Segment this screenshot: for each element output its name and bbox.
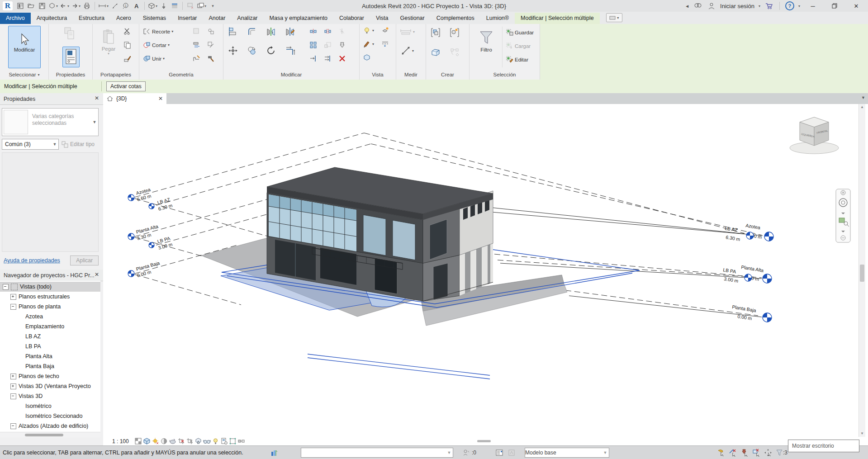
panel-label-vista[interactable]: Vista	[360, 70, 396, 80]
zoom-icon[interactable]	[839, 218, 844, 222]
tree-item-lb-pa[interactable]: LB PA	[0, 341, 100, 351]
upper-glass-door-1[interactable]	[363, 215, 386, 256]
default-3d-view-icon[interactable]: ▾	[147, 1, 158, 11]
select-links-icon[interactable]	[717, 449, 725, 457]
tree-item-azotea[interactable]: Azotea	[0, 312, 100, 322]
help-icon[interactable]: ?	[785, 1, 794, 10]
modify-button[interactable]: Modificar	[8, 26, 41, 68]
panel-label-modificar[interactable]: Modificar	[223, 70, 359, 80]
revit-logo[interactable]: R	[3, 1, 13, 10]
displacement-sets-icon[interactable]	[237, 437, 246, 445]
design-options-icon[interactable]	[495, 449, 503, 457]
select-pinned-icon[interactable]	[740, 449, 749, 457]
tree-item-planta-baja[interactable]: Planta Baja	[0, 361, 100, 371]
temporary-view-properties-icon[interactable]	[220, 437, 228, 445]
tab-colaborar[interactable]: Colaborar	[333, 13, 370, 24]
tab-insertar[interactable]: Insertar	[172, 13, 203, 24]
edit-type-button[interactable]: Editar tipo	[62, 139, 98, 150]
measure-icon[interactable]: ▾	[98, 1, 109, 11]
drag-on-selection-icon[interactable]	[764, 449, 772, 457]
select-underlay-icon[interactable]	[729, 449, 737, 457]
open-icon[interactable]	[26, 1, 36, 11]
worksets-combo[interactable]: ▼	[301, 448, 453, 458]
copy-to-clipboard-button[interactable]	[123, 41, 131, 49]
lower-right-door[interactable]	[433, 263, 448, 300]
visual-style-icon[interactable]	[142, 437, 151, 445]
undo-icon[interactable]: ▾	[59, 1, 70, 11]
select-by-face-icon[interactable]	[752, 449, 760, 457]
design-option-combo[interactable]: Modelo base▼	[525, 448, 609, 458]
level-datum-icon[interactable]	[764, 232, 773, 241]
tree-item-planos-de-planta[interactable]: Planos de planta	[0, 302, 100, 312]
mirror-draw-axis-icon[interactable]	[285, 27, 295, 37]
level-name[interactable]: LB PA	[723, 267, 737, 274]
project-properties-icon[interactable]	[15, 1, 25, 11]
level-name[interactable]: Azotea	[745, 222, 761, 230]
measure-line-icon[interactable]: ▾	[400, 28, 415, 35]
level-datum-icon[interactable]	[128, 233, 134, 240]
split-element-icon[interactable]	[309, 28, 317, 35]
properties-toggle-button[interactable]	[62, 47, 80, 67]
level-tags-right[interactable]: LB AZ 6.30 m Azotea 6.60 m LB PA 3.00 m …	[723, 222, 773, 322]
rendering-dialog-icon[interactable]	[168, 437, 177, 445]
copy-icon[interactable]	[247, 46, 257, 56]
thin-lines-icon[interactable]	[170, 1, 180, 11]
canvas-hscrollbar-thumb[interactable]	[477, 440, 491, 442]
tab-sistemas[interactable]: Sistemas	[137, 13, 172, 24]
match-properties-button[interactable]	[123, 55, 131, 62]
demolish-hammer-icon[interactable]	[207, 55, 215, 62]
tab-complementos[interactable]: Complementos	[431, 13, 480, 24]
level-datum-icon[interactable]	[763, 313, 772, 322]
tab-arquitectura[interactable]: Arquitectura	[31, 13, 73, 24]
tree-item-alzados[interactable]: Alzados (Alzado de edificio)	[0, 421, 100, 431]
browser-hscrollbar[interactable]	[0, 432, 100, 438]
trim-extend-corner-icon[interactable]	[285, 46, 295, 56]
rotate-icon[interactable]	[266, 46, 276, 56]
tree-item-isometrico-seccionado[interactable]: Isométrico Seccionado	[0, 411, 100, 421]
shadows-icon[interactable]	[160, 437, 168, 445]
level-tags-left[interactable]: Azotea 6.60 m LB AZ 6.30 m Planta Alta 3…	[128, 187, 173, 278]
align-icon[interactable]	[228, 27, 238, 37]
level-elevation[interactable]: 6.30 m	[726, 234, 741, 242]
model-view[interactable]: Azotea 6.60 m LB AZ 6.30 m Planta Alta 3…	[103, 104, 868, 437]
properties-help-link[interactable]: Ayuda de propiedades	[4, 257, 60, 264]
panel-label-propiedades[interactable]: Propiedades	[49, 70, 92, 80]
print-icon[interactable]	[82, 1, 92, 11]
sign-in-caret-icon[interactable]: ▾	[759, 4, 760, 8]
canvas-vscrollbar[interactable]: ▲▼	[859, 104, 865, 437]
tree-item-emplazamiento[interactable]: Emplazamiento	[0, 322, 100, 331]
restore-button[interactable]	[825, 0, 844, 12]
delete-icon[interactable]	[338, 55, 346, 62]
load-selection-button[interactable]: Cargar	[506, 42, 531, 50]
sync-icon[interactable]: ▾	[48, 1, 58, 11]
paste-button[interactable]: Pegar▾	[96, 26, 121, 68]
help-caret-icon[interactable]: ▾	[798, 4, 800, 8]
text-icon[interactable]: A	[132, 1, 142, 11]
tab-gestionar[interactable]: Gestionar	[394, 13, 431, 24]
tree-item-vistas-3d-ventana[interactable]: Vistas 3D (Ventana Proyecto	[0, 381, 100, 391]
main-model-icon[interactable]	[508, 449, 516, 457]
app-store-cart-icon[interactable]	[764, 1, 774, 11]
scale-button[interactable]: 1 : 100	[112, 438, 134, 445]
tab-lumion[interactable]: Lumion®	[480, 13, 515, 24]
cut-geometry-button[interactable]: Cortar▾	[143, 41, 170, 49]
move-icon[interactable]	[228, 46, 238, 56]
split-with-gap-icon[interactable]	[324, 28, 332, 35]
tab-masa-emplazamiento[interactable]: Masa y emplazamiento	[264, 13, 334, 24]
user-icon[interactable]	[707, 1, 716, 11]
tree-item-lb-az[interactable]: LB AZ	[0, 331, 100, 341]
show-crop-region-icon[interactable]	[185, 437, 194, 445]
wall-joins-icon[interactable]	[193, 55, 200, 62]
browser-close-icon[interactable]: ✕	[94, 271, 100, 278]
mirror-pick-axis-icon[interactable]	[266, 27, 276, 37]
hide-box-icon[interactable]	[363, 54, 371, 62]
trim-extend-multiple-icon[interactable]	[324, 55, 332, 62]
offset-icon[interactable]	[247, 27, 257, 37]
create-group-icon[interactable]	[431, 28, 441, 38]
detail-level-icon[interactable]	[134, 437, 142, 445]
section-icon[interactable]	[159, 1, 169, 11]
view-tab-close-icon[interactable]: ✕	[158, 95, 163, 102]
cope-button[interactable]: Recorte▾	[143, 28, 173, 35]
tree-item-planos-estructurales[interactable]: Planos estructurales	[0, 292, 100, 302]
selection-filter-icon[interactable]	[775, 449, 783, 457]
